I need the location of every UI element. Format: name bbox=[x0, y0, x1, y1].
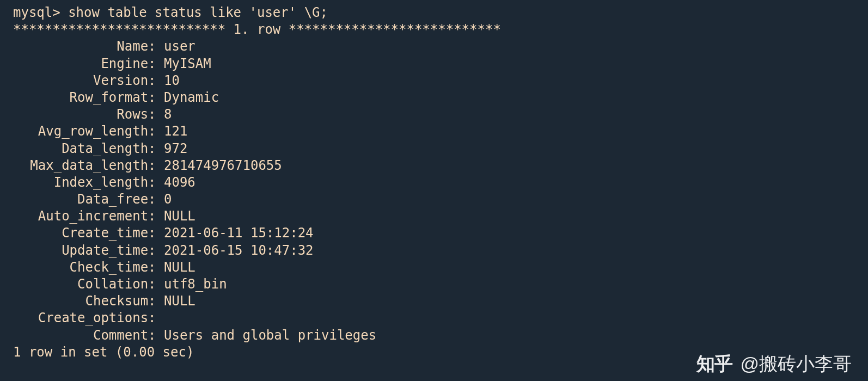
field-key: Collation: bbox=[13, 276, 164, 293]
field-value: 972 bbox=[164, 140, 187, 157]
field-key: Comment: bbox=[13, 327, 164, 344]
fields-container: Name: userEngine: MyISAMVersion: 10Row_f… bbox=[13, 38, 868, 343]
field-value: MyISAM bbox=[164, 56, 211, 72]
field-value: 8 bbox=[164, 106, 172, 123]
field-key: Max_data_length: bbox=[13, 157, 164, 174]
field-value: 4096 bbox=[164, 174, 195, 191]
field-value: Dynamic bbox=[164, 89, 219, 106]
field-row: Avg_row_length: 121 bbox=[13, 123, 868, 140]
field-value: user bbox=[164, 38, 195, 55]
field-key: Row_format: bbox=[13, 89, 164, 106]
field-value: 2021-06-11 15:12:24 bbox=[164, 225, 314, 242]
field-key: Rows: bbox=[13, 106, 164, 123]
field-key: Check_time: bbox=[13, 259, 164, 276]
field-value: NULL bbox=[164, 293, 195, 310]
field-key: Auto_increment: bbox=[13, 208, 164, 225]
row-header: *************************** 1. row *****… bbox=[13, 21, 868, 38]
watermark-logo: 知乎 bbox=[696, 352, 732, 376]
command-line[interactable]: mysql> show table status like 'user' \G; bbox=[13, 4, 868, 21]
field-value: 10 bbox=[164, 72, 180, 89]
field-row: Engine: MyISAM bbox=[13, 56, 868, 72]
field-row: Create_options: bbox=[13, 310, 868, 327]
watermark: 知乎 @搬砖小李哥 bbox=[696, 352, 852, 376]
field-row: Comment: Users and global privileges bbox=[13, 327, 868, 344]
field-value: 121 bbox=[164, 123, 187, 140]
field-row: Collation: utf8_bin bbox=[13, 276, 868, 293]
field-value: NULL bbox=[164, 259, 195, 276]
field-value: NULL bbox=[164, 208, 195, 225]
field-key: Version: bbox=[13, 72, 164, 89]
field-value: Users and global privileges bbox=[164, 327, 376, 344]
field-key: Data_length: bbox=[13, 140, 164, 157]
field-row: Checksum: NULL bbox=[13, 293, 868, 310]
field-row: Version: 10 bbox=[13, 72, 868, 89]
field-key: Name: bbox=[13, 38, 164, 55]
field-key: Data_free: bbox=[13, 191, 164, 208]
field-row: Data_free: 0 bbox=[13, 191, 868, 208]
field-value: 281474976710655 bbox=[164, 157, 282, 174]
field-key: Engine: bbox=[13, 56, 164, 72]
field-key: Create_options: bbox=[13, 310, 164, 327]
field-key: Create_time: bbox=[13, 225, 164, 242]
field-key: Checksum: bbox=[13, 293, 164, 310]
field-value: 2021-06-15 10:47:32 bbox=[164, 242, 314, 259]
field-key: Update_time: bbox=[13, 242, 164, 259]
field-value: 0 bbox=[164, 191, 172, 208]
watermark-text: @搬砖小李哥 bbox=[740, 352, 852, 376]
field-row: Auto_increment: NULL bbox=[13, 208, 868, 225]
field-key: Avg_row_length: bbox=[13, 123, 164, 140]
command-text: show table status like 'user' \G; bbox=[68, 5, 328, 20]
field-row: Check_time: NULL bbox=[13, 259, 868, 276]
field-row: Create_time: 2021-06-11 15:12:24 bbox=[13, 225, 868, 242]
field-row: Rows: 8 bbox=[13, 106, 868, 123]
field-row: Index_length: 4096 bbox=[13, 174, 868, 191]
field-row: Name: user bbox=[13, 38, 868, 55]
field-row: Data_length: 972 bbox=[13, 140, 868, 157]
field-value: utf8_bin bbox=[164, 276, 227, 293]
field-row: Update_time: 2021-06-15 10:47:32 bbox=[13, 242, 868, 259]
field-row: Row_format: Dynamic bbox=[13, 89, 868, 106]
field-key: Index_length: bbox=[13, 174, 164, 191]
field-row: Max_data_length: 281474976710655 bbox=[13, 157, 868, 174]
prompt: mysql> bbox=[13, 5, 68, 20]
